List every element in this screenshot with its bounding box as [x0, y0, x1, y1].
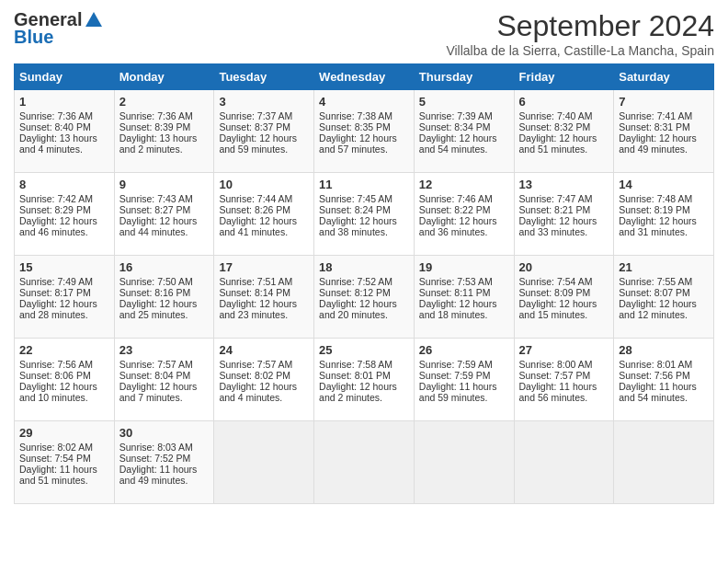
- sunrise: Sunrise: 7:52 AM: [319, 276, 392, 287]
- sunrise: Sunrise: 7:49 AM: [19, 276, 93, 287]
- sunset: Sunset: 7:59 PM: [419, 370, 491, 381]
- sunset: Sunset: 8:39 PM: [119, 121, 191, 132]
- col-tuesday: Tuesday: [214, 64, 314, 90]
- sunrise: Sunrise: 7:59 AM: [419, 359, 493, 370]
- col-monday: Monday: [114, 64, 214, 90]
- sunset: Sunset: 8:40 PM: [19, 121, 91, 132]
- sunrise: Sunrise: 7:57 AM: [219, 359, 292, 370]
- sunrise: Sunrise: 8:02 AM: [19, 442, 93, 453]
- calendar-cell: 9Sunrise: 7:43 AMSunset: 8:27 PMDaylight…: [114, 173, 214, 256]
- daylight: Daylight: 12 hours and 46 minutes.: [19, 215, 97, 237]
- day-number: 26: [419, 343, 509, 357]
- sunrise: Sunrise: 7:55 AM: [619, 276, 692, 287]
- sunset: Sunset: 8:32 PM: [519, 121, 591, 132]
- sunrise: Sunrise: 7:38 AM: [319, 110, 392, 121]
- daylight: Daylight: 12 hours and 38 minutes.: [319, 215, 397, 237]
- sunrise: Sunrise: 8:01 AM: [619, 359, 692, 370]
- col-friday: Friday: [514, 64, 614, 90]
- daylight: Daylight: 11 hours and 49 minutes.: [119, 464, 198, 486]
- daylight: Daylight: 12 hours and 15 minutes.: [519, 298, 597, 320]
- sunrise: Sunrise: 7:44 AM: [219, 193, 292, 204]
- day-number: 1: [19, 95, 109, 109]
- col-sunday: Sunday: [15, 64, 115, 90]
- sunset: Sunset: 8:31 PM: [619, 121, 690, 132]
- sunrise: Sunrise: 7:57 AM: [119, 359, 193, 370]
- daylight: Daylight: 11 hours and 51 minutes.: [19, 464, 97, 486]
- sunset: Sunset: 8:17 PM: [19, 287, 91, 298]
- day-number: 4: [319, 95, 409, 109]
- daylight: Daylight: 12 hours and 23 minutes.: [219, 298, 297, 320]
- calendar-cell: 26Sunrise: 7:59 AMSunset: 7:59 PMDayligh…: [414, 339, 514, 421]
- calendar-cell: 5Sunrise: 7:39 AMSunset: 8:34 PMDaylight…: [414, 90, 514, 173]
- calendar-cell: 11Sunrise: 7:45 AMSunset: 8:24 PMDayligh…: [314, 173, 415, 256]
- day-number: 20: [519, 260, 609, 274]
- daylight: Daylight: 12 hours and 18 minutes.: [419, 298, 497, 320]
- calendar-cell: 28Sunrise: 8:01 AMSunset: 7:56 PMDayligh…: [614, 339, 714, 421]
- calendar-week-3: 15Sunrise: 7:49 AMSunset: 8:17 PMDayligh…: [15, 256, 714, 339]
- day-number: 24: [219, 343, 309, 357]
- calendar-week-2: 8Sunrise: 7:42 AMSunset: 8:29 PMDaylight…: [15, 173, 714, 256]
- daylight: Daylight: 12 hours and 2 minutes.: [319, 381, 397, 403]
- calendar-cell: 12Sunrise: 7:46 AMSunset: 8:22 PMDayligh…: [414, 173, 514, 256]
- daylight: Daylight: 12 hours and 41 minutes.: [219, 215, 297, 237]
- daylight: Daylight: 12 hours and 59 minutes.: [219, 132, 297, 155]
- calendar-cell: 16Sunrise: 7:50 AMSunset: 8:16 PMDayligh…: [114, 256, 214, 339]
- header-row: Sunday Monday Tuesday Wednesday Thursday…: [15, 64, 714, 90]
- sunset: Sunset: 8:11 PM: [419, 287, 491, 298]
- sunset: Sunset: 8:04 PM: [119, 370, 191, 381]
- day-number: 17: [219, 260, 309, 274]
- daylight: Daylight: 12 hours and 54 minutes.: [419, 132, 497, 155]
- day-number: 25: [319, 343, 409, 357]
- daylight: Daylight: 11 hours and 54 minutes.: [619, 381, 697, 403]
- day-number: 27: [519, 343, 609, 357]
- page-header: General Blue September 2024 Villalba de …: [14, 9, 714, 58]
- daylight: Daylight: 12 hours and 36 minutes.: [419, 215, 497, 237]
- calendar-cell: 23Sunrise: 7:57 AMSunset: 8:04 PMDayligh…: [114, 339, 214, 421]
- sunset: Sunset: 8:01 PM: [319, 370, 391, 381]
- calendar-cell: 20Sunrise: 7:54 AMSunset: 8:09 PMDayligh…: [514, 256, 614, 339]
- sunset: Sunset: 7:52 PM: [119, 453, 191, 464]
- sunrise: Sunrise: 8:00 AM: [519, 359, 593, 370]
- calendar-cell: 15Sunrise: 7:49 AMSunset: 8:17 PMDayligh…: [15, 256, 115, 339]
- sunset: Sunset: 8:26 PM: [219, 204, 290, 215]
- calendar-week-4: 22Sunrise: 7:56 AMSunset: 8:06 PMDayligh…: [15, 339, 714, 421]
- day-number: 13: [519, 178, 609, 191]
- sunrise: Sunrise: 7:53 AM: [419, 276, 493, 287]
- col-wednesday: Wednesday: [314, 64, 415, 90]
- daylight: Daylight: 12 hours and 25 minutes.: [119, 298, 198, 320]
- logo-blue: Blue: [14, 27, 53, 48]
- sunset: Sunset: 8:24 PM: [319, 204, 391, 215]
- calendar-cell: [414, 421, 514, 504]
- daylight: Daylight: 12 hours and 20 minutes.: [319, 298, 397, 320]
- sunrise: Sunrise: 7:54 AM: [519, 276, 593, 287]
- daylight: Daylight: 12 hours and 28 minutes.: [19, 298, 97, 320]
- sunset: Sunset: 8:19 PM: [619, 204, 690, 215]
- day-number: 29: [19, 426, 109, 440]
- calendar-cell: 13Sunrise: 7:47 AMSunset: 8:21 PMDayligh…: [514, 173, 614, 256]
- calendar-cell: 7Sunrise: 7:41 AMSunset: 8:31 PMDaylight…: [614, 90, 714, 173]
- sunrise: Sunrise: 7:47 AM: [519, 193, 593, 204]
- sunset: Sunset: 8:35 PM: [319, 121, 391, 132]
- title-area: September 2024 Villalba de la Sierra, Ca…: [446, 9, 714, 58]
- day-number: 9: [119, 178, 210, 191]
- calendar-cell: [614, 421, 714, 504]
- sunrise: Sunrise: 7:36 AM: [19, 110, 93, 121]
- sunrise: Sunrise: 7:40 AM: [519, 110, 593, 121]
- calendar-cell: 21Sunrise: 7:55 AMSunset: 8:07 PMDayligh…: [614, 256, 714, 339]
- daylight: Daylight: 13 hours and 2 minutes.: [119, 132, 198, 155]
- day-number: 23: [119, 343, 210, 357]
- svg-marker-0: [85, 12, 102, 27]
- day-number: 14: [619, 178, 709, 191]
- daylight: Daylight: 12 hours and 44 minutes.: [119, 215, 198, 237]
- daylight: Daylight: 12 hours and 7 minutes.: [119, 381, 198, 403]
- daylight: Daylight: 12 hours and 10 minutes.: [19, 381, 97, 403]
- day-number: 18: [319, 260, 409, 274]
- day-number: 21: [619, 260, 709, 274]
- calendar-cell: 4Sunrise: 7:38 AMSunset: 8:35 PMDaylight…: [314, 90, 415, 173]
- day-number: 7: [619, 95, 709, 109]
- sunset: Sunset: 7:56 PM: [619, 370, 690, 381]
- logo-icon: [84, 10, 104, 30]
- daylight: Daylight: 11 hours and 59 minutes.: [419, 381, 497, 403]
- sunset: Sunset: 7:57 PM: [519, 370, 591, 381]
- daylight: Daylight: 12 hours and 51 minutes.: [519, 132, 597, 155]
